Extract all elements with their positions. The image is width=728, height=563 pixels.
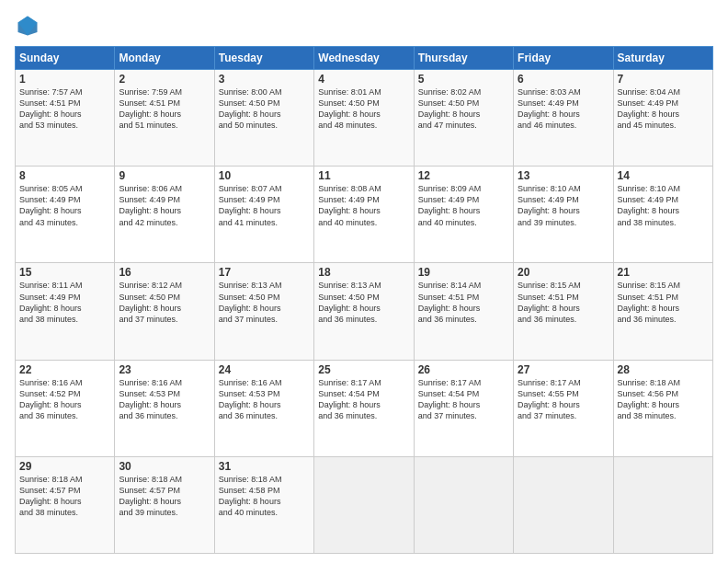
day-info: Sunrise: 8:13 AMSunset: 4:50 PMDaylight:…: [318, 280, 409, 325]
day-info: Sunrise: 8:18 AMSunset: 4:56 PMDaylight:…: [618, 377, 709, 422]
day-number: 26: [418, 363, 509, 376]
day-info: Sunrise: 8:18 AMSunset: 4:58 PMDaylight:…: [219, 474, 310, 519]
calendar-cell: 4Sunrise: 8:01 AMSunset: 4:50 PMDaylight…: [314, 70, 414, 167]
day-info: Sunrise: 7:57 AMSunset: 4:51 PMDaylight:…: [19, 86, 110, 132]
day-info: Sunrise: 8:10 AMSunset: 4:49 PMDaylight:…: [618, 183, 709, 228]
day-number: 12: [418, 169, 509, 182]
calendar-cell: 6Sunrise: 8:03 AMSunset: 4:49 PMDaylight…: [514, 70, 613, 167]
calendar-cell: 12Sunrise: 8:09 AMSunset: 4:49 PMDayligh…: [414, 167, 513, 263]
day-info: Sunrise: 8:18 AMSunset: 4:57 PMDaylight:…: [119, 474, 210, 519]
day-number: 18: [318, 266, 409, 279]
calendar-cell: 9Sunrise: 8:06 AMSunset: 4:49 PMDaylight…: [115, 167, 214, 263]
day-number: 19: [418, 266, 509, 279]
calendar-cell: 14Sunrise: 8:10 AMSunset: 4:49 PMDayligh…: [613, 167, 712, 263]
day-info: Sunrise: 8:03 AMSunset: 4:49 PMDaylight:…: [518, 86, 609, 132]
day-number: 25: [318, 363, 409, 376]
calendar-cell: 27Sunrise: 8:17 AMSunset: 4:55 PMDayligh…: [514, 360, 613, 456]
day-number: 2: [119, 73, 210, 86]
day-info: Sunrise: 8:02 AMSunset: 4:50 PMDaylight:…: [418, 86, 509, 132]
calendar-cell: [613, 456, 712, 553]
day-number: 31: [219, 460, 310, 473]
calendar-cell: [414, 456, 513, 553]
day-info: Sunrise: 8:09 AMSunset: 4:49 PMDaylight:…: [418, 183, 509, 228]
day-info: Sunrise: 8:12 AMSunset: 4:50 PMDaylight:…: [119, 280, 210, 325]
calendar-cell: 8Sunrise: 8:05 AMSunset: 4:49 PMDaylight…: [16, 167, 115, 263]
calendar-cell: 11Sunrise: 8:08 AMSunset: 4:49 PMDayligh…: [314, 167, 414, 263]
calendar-cell: 19Sunrise: 8:14 AMSunset: 4:51 PMDayligh…: [414, 263, 513, 360]
day-number: 30: [119, 460, 210, 473]
calendar-body: 1Sunrise: 7:57 AMSunset: 4:51 PMDaylight…: [16, 70, 713, 554]
day-info: Sunrise: 8:06 AMSunset: 4:49 PMDaylight:…: [119, 183, 210, 228]
day-number: 20: [518, 266, 609, 279]
day-number: 17: [219, 266, 310, 279]
day-info: Sunrise: 8:18 AMSunset: 4:57 PMDaylight:…: [19, 474, 110, 519]
day-number: 1: [19, 73, 110, 86]
calendar-week-row: 1Sunrise: 7:57 AMSunset: 4:51 PMDaylight…: [16, 70, 713, 167]
day-info: Sunrise: 8:16 AMSunset: 4:53 PMDaylight:…: [219, 377, 310, 422]
logo: [15, 13, 44, 39]
weekday-header-cell: Tuesday: [214, 47, 313, 70]
weekday-header-cell: Friday: [514, 47, 613, 70]
day-number: 14: [618, 169, 709, 182]
day-number: 23: [119, 363, 210, 376]
weekday-header-cell: Sunday: [16, 47, 115, 70]
calendar-cell: 2Sunrise: 7:59 AMSunset: 4:51 PMDaylight…: [115, 70, 214, 167]
day-number: 7: [618, 73, 709, 86]
logo-icon: [15, 13, 40, 39]
calendar-cell: 21Sunrise: 8:15 AMSunset: 4:51 PMDayligh…: [613, 263, 712, 360]
calendar-cell: [514, 456, 613, 553]
day-info: Sunrise: 8:01 AMSunset: 4:50 PMDaylight:…: [318, 86, 409, 132]
top-header: [15, 13, 713, 39]
page: SundayMondayTuesdayWednesdayThursdayFrid…: [0, 0, 728, 563]
day-info: Sunrise: 7:59 AMSunset: 4:51 PMDaylight:…: [119, 86, 210, 132]
day-number: 13: [518, 169, 609, 182]
day-number: 9: [119, 169, 210, 182]
day-number: 6: [518, 73, 609, 86]
day-number: 21: [618, 266, 709, 279]
day-number: 11: [318, 169, 409, 182]
calendar-cell: 23Sunrise: 8:16 AMSunset: 4:53 PMDayligh…: [115, 360, 214, 456]
day-number: 22: [19, 363, 110, 376]
calendar-cell: 30Sunrise: 8:18 AMSunset: 4:57 PMDayligh…: [115, 456, 214, 553]
calendar-week-row: 29Sunrise: 8:18 AMSunset: 4:57 PMDayligh…: [16, 456, 713, 553]
weekday-header-cell: Thursday: [414, 47, 513, 70]
calendar-cell: 1Sunrise: 7:57 AMSunset: 4:51 PMDaylight…: [16, 70, 115, 167]
day-number: 4: [318, 73, 409, 86]
calendar-cell: 7Sunrise: 8:04 AMSunset: 4:49 PMDaylight…: [613, 70, 712, 167]
calendar-week-row: 15Sunrise: 8:11 AMSunset: 4:49 PMDayligh…: [16, 263, 713, 360]
calendar-cell: 20Sunrise: 8:15 AMSunset: 4:51 PMDayligh…: [514, 263, 613, 360]
calendar-cell: 16Sunrise: 8:12 AMSunset: 4:50 PMDayligh…: [115, 263, 214, 360]
weekday-header-row: SundayMondayTuesdayWednesdayThursdayFrid…: [16, 47, 713, 70]
calendar-cell: 26Sunrise: 8:17 AMSunset: 4:54 PMDayligh…: [414, 360, 513, 456]
day-info: Sunrise: 8:17 AMSunset: 4:54 PMDaylight:…: [418, 377, 509, 422]
day-number: 5: [418, 73, 509, 86]
day-info: Sunrise: 8:08 AMSunset: 4:49 PMDaylight:…: [318, 183, 409, 228]
calendar-cell: 24Sunrise: 8:16 AMSunset: 4:53 PMDayligh…: [214, 360, 313, 456]
calendar-cell: 17Sunrise: 8:13 AMSunset: 4:50 PMDayligh…: [214, 263, 313, 360]
calendar-cell: 10Sunrise: 8:07 AMSunset: 4:49 PMDayligh…: [214, 167, 313, 263]
day-info: Sunrise: 8:13 AMSunset: 4:50 PMDaylight:…: [219, 280, 310, 325]
calendar-cell: [314, 456, 414, 553]
day-info: Sunrise: 8:16 AMSunset: 4:52 PMDaylight:…: [19, 377, 110, 422]
day-number: 3: [219, 73, 310, 86]
day-number: 8: [19, 169, 110, 182]
day-info: Sunrise: 8:11 AMSunset: 4:49 PMDaylight:…: [19, 280, 110, 325]
calendar-cell: 3Sunrise: 8:00 AMSunset: 4:50 PMDaylight…: [214, 70, 313, 167]
day-number: 16: [119, 266, 210, 279]
calendar-cell: 25Sunrise: 8:17 AMSunset: 4:54 PMDayligh…: [314, 360, 414, 456]
day-number: 24: [219, 363, 310, 376]
day-info: Sunrise: 8:16 AMSunset: 4:53 PMDaylight:…: [119, 377, 210, 422]
day-info: Sunrise: 8:14 AMSunset: 4:51 PMDaylight:…: [418, 280, 509, 325]
calendar-cell: 22Sunrise: 8:16 AMSunset: 4:52 PMDayligh…: [16, 360, 115, 456]
calendar-cell: 5Sunrise: 8:02 AMSunset: 4:50 PMDaylight…: [414, 70, 513, 167]
day-number: 29: [19, 460, 110, 473]
calendar-week-row: 8Sunrise: 8:05 AMSunset: 4:49 PMDaylight…: [16, 167, 713, 263]
day-info: Sunrise: 8:07 AMSunset: 4:49 PMDaylight:…: [219, 183, 310, 228]
day-number: 28: [618, 363, 709, 376]
day-info: Sunrise: 8:10 AMSunset: 4:49 PMDaylight:…: [518, 183, 609, 228]
day-number: 27: [518, 363, 609, 376]
day-info: Sunrise: 8:00 AMSunset: 4:50 PMDaylight:…: [219, 86, 310, 132]
calendar-cell: 31Sunrise: 8:18 AMSunset: 4:58 PMDayligh…: [214, 456, 313, 553]
calendar-cell: 18Sunrise: 8:13 AMSunset: 4:50 PMDayligh…: [314, 263, 414, 360]
calendar-table: SundayMondayTuesdayWednesdayThursdayFrid…: [15, 46, 713, 554]
